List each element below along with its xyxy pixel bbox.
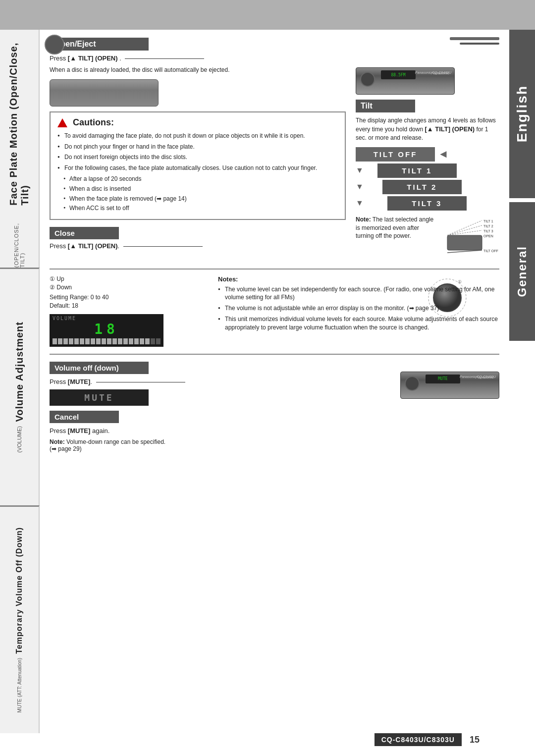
tilt-angle-diagram: TILT 1 TILT 2 TILT 3 OPEN TILT OFF [445, 216, 499, 263]
main-content: Open/Eject Press [▲ TILT] (OPEN) . When … [40, 30, 509, 756]
volume-left: ① Up ② Down Setting Range: 0 to 40 Defau… [50, 275, 208, 348]
bar-9 [96, 338, 101, 344]
volume-off-section: Volume off (down) Press [MUTE]. MUTE [50, 362, 218, 406]
sidebar-general: General [509, 202, 535, 341]
radio-mockup-2: MUTE Panasonic CQ-C8403U [400, 372, 499, 399]
face-plate-main-label: Face Plate Motion (Open/Close, Tilt) [8, 30, 31, 206]
default-value: Default: 18 [50, 302, 208, 309]
open-eject-instruction: Press [▲ TILT] (OPEN) . [50, 54, 346, 62]
bar-5 [74, 338, 79, 344]
setting-range: Setting Range: 0 to 40 [50, 294, 208, 301]
cancel-mute-key: [MUTE] [68, 427, 91, 434]
tilt-2-bar: TILT 2 [382, 180, 462, 194]
left-sidebar: Face Plate Motion (Open/Close, Tilt) (OP… [0, 30, 40, 733]
press-label: Press [50, 54, 68, 62]
cancel-header: Cancel [50, 411, 119, 423]
svg-text:①: ① [458, 279, 462, 284]
bottom-section: Volume off (down) Press [MUTE]. MUTE Can… [50, 362, 499, 452]
down-arrow-2: ▼ [356, 182, 364, 191]
open-eject-section: Open/Eject Press [▲ TILT] (OPEN) . When … [50, 38, 346, 107]
bar-10 [102, 338, 106, 344]
close-header: Close [50, 227, 119, 239]
bar-12 [112, 338, 117, 344]
mute-key: [MUTE] [68, 378, 91, 385]
tilt-note: Note: The last selected angle is memoriz… [356, 216, 499, 263]
tilt-row-1: ▼ TILT 1 [356, 163, 499, 178]
volume-sub-label: (VOLUME) [16, 426, 22, 453]
mute-main-label: Temporary Volume Off (Down) [15, 527, 24, 654]
section-divider-1 [50, 269, 499, 270]
cautions-title: Cautions: [57, 117, 338, 128]
note-1: The volume level can be set independentl… [218, 285, 499, 302]
tilt-angle-svg: TILT 1 TILT 2 TILT 3 OPEN TILT OFF [445, 216, 499, 260]
cancel-note-text: Volume-down range can be specified. [66, 438, 165, 445]
right-col: 88.5FM Panasonic CQ-C8403U Tilt The disp… [356, 38, 499, 263]
volume-left-right: ① Up ② Down Setting Range: 0 to 40 Defau… [50, 275, 499, 348]
bar-1 [53, 338, 57, 344]
sidebar-divider-1 [509, 198, 535, 202]
mute-display: MUTE [50, 389, 149, 406]
bar-4 [69, 338, 73, 344]
svg-text:TILT OFF: TILT OFF [483, 249, 498, 253]
close-section: Close Press [▲ TILT] (OPEN). [50, 227, 346, 250]
cancel-note-ref: (➡ page 29) [50, 445, 218, 452]
bar-7 [85, 338, 90, 344]
cancel-note-label: Note: [50, 438, 65, 445]
sub-item-3: When the face plate is removed (➡ page 1… [57, 195, 338, 203]
tilt-1-bar: TILT 1 [377, 163, 457, 178]
cancel-note: Note: Volume-down range can be specified… [50, 438, 218, 445]
face-plate-sub-label: (OPEN/CLOSE, TILT) [13, 210, 25, 268]
svg-rect-0 [447, 235, 482, 250]
top-bar [0, 0, 535, 30]
disc-player-image [50, 79, 159, 107]
page-number: 15 [470, 735, 480, 745]
bar-17 [140, 338, 144, 344]
left-section-face-plate: Face Plate Motion (Open/Close, Tilt) (OP… [0, 30, 40, 268]
tilt-row-3: ▼ TILT 3 [356, 196, 499, 211]
bar-16 [134, 338, 139, 344]
tilt-off-bar: TILT OFF [356, 147, 435, 162]
down-label: ② Down [50, 284, 208, 291]
radio-mockup-1: 88.5FM Panasonic CQ-C8403U [356, 67, 455, 95]
tilt-bold-key: [▲ TILT] (OPEN) [425, 125, 475, 133]
radio-image-top: 88.5FM Panasonic CQ-C8403U [356, 67, 499, 95]
svg-text:TILT 2: TILT 2 [483, 224, 493, 228]
tilt-row-2: ▼ TILT 2 [356, 180, 499, 194]
mute-sub-label: MUTE (ATT: Attenuation) [17, 658, 22, 712]
open-eject-description: When a disc is already loaded, the disc … [50, 66, 346, 74]
sub-item-2: When a disc is inserted [57, 185, 338, 193]
close-instruction: Press [▲ TILT] (OPEN). [50, 242, 346, 250]
bar-8 [91, 338, 95, 344]
left-section-mute: Temporary Volume Off (Down) MUTE (ATT: A… [0, 505, 40, 733]
lcd-label: VOLUME [53, 316, 160, 321]
tilt-note-text: Note: The last selected angle is memoriz… [356, 216, 437, 263]
note-3: This unit memorizes individual volume le… [218, 315, 499, 332]
note-2: The volume is not adjustable while an er… [218, 304, 499, 313]
tilt-3-bar: TILT 3 [387, 196, 467, 211]
svg-text:OPEN: OPEN [483, 234, 493, 238]
lcd-bars [53, 337, 160, 345]
bar-3 [63, 338, 68, 344]
right-sidebar: English General [509, 30, 535, 733]
svg-line-9 [447, 250, 482, 253]
lcd-display: VOLUME 18 [50, 314, 163, 347]
caution-item-2: Do not pinch your finger or hand in the … [57, 143, 338, 151]
caution-item-4: For the following cases, the face plate … [57, 164, 338, 172]
bar-11 [107, 338, 111, 344]
cancel-section: Cancel Press [MUTE] again. Note: Volume-… [50, 411, 218, 452]
model-badge: CQ-C8403U/C8303U [374, 733, 462, 746]
sub-item-4: When ACC is set to off [57, 204, 338, 213]
sub-item-1: After a lapse of 20 seconds [57, 175, 338, 183]
left-section-volume: Volume Adjustment (VOLUME) [0, 268, 40, 505]
page-footer: CQ-C8403U/C8303U 15 [374, 733, 480, 746]
caution-item-1: To avoid damaging the face plate, do not… [57, 132, 338, 140]
period: . [119, 54, 121, 62]
tilt-row-off: TILT OFF ◄ [356, 147, 499, 162]
close-tilt-key: [▲ TILT] (OPEN) [68, 242, 118, 250]
bar-2 [58, 338, 62, 344]
bar-6 [80, 338, 84, 344]
volume-right: ② ① Notes: The volume level can be set i… [218, 275, 499, 348]
lcd-value: 18 [53, 321, 160, 337]
svg-text:TILT 3: TILT 3 [483, 229, 493, 233]
sidebar-english: English [509, 30, 535, 198]
